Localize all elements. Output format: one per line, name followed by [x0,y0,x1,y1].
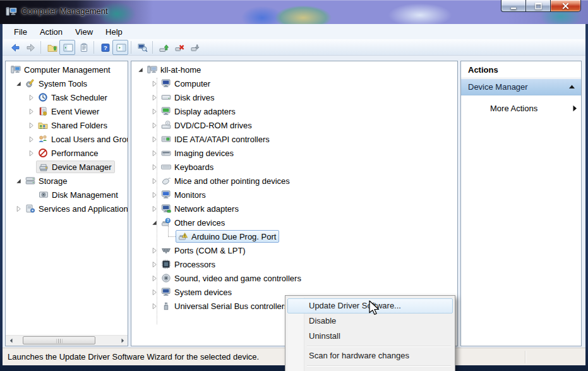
device-item-processors[interactable]: Processors [131,257,457,271]
collapsed-arrow-icon[interactable] [27,149,35,157]
collapsed-arrow-icon[interactable] [150,246,159,255]
collapsed-arrow-icon[interactable] [150,163,159,171]
device-item-ide-ata-atapi-controllers[interactable]: IDE ATA/ATAPI controllers [131,132,457,146]
menu-help[interactable]: Help [99,25,129,39]
expanded-arrow-icon[interactable] [15,177,23,185]
console-item-device-manager[interactable]: Device Manager [6,160,128,174]
collapsed-arrow-icon[interactable] [150,302,159,310]
collapsed-arrow-icon[interactable] [150,191,159,199]
toolbar-separator [93,41,94,54]
uninstall-device-button[interactable] [187,40,203,55]
disable-device-button[interactable] [171,40,187,55]
context-scan-for-hardware-changes[interactable]: Scan for hardware changes [287,348,453,363]
collapsed-arrow-icon[interactable] [15,205,23,213]
collapsed-arrow-icon[interactable] [150,94,159,102]
collapsed-arrow-icon[interactable] [27,107,35,116]
update-driver-button[interactable] [155,40,171,55]
tree-item-label: Processors [174,260,215,269]
up-one-level-folder-button[interactable] [44,40,59,55]
device-item-display-adapters[interactable]: Display adapters [131,104,457,118]
device-item-disk-drives[interactable]: Disk drives [131,90,457,104]
menu-view[interactable]: View [69,25,99,39]
expanded-arrow-icon[interactable] [150,219,159,227]
device-item-dvd-cd-rom-drives[interactable]: DVD/CD-ROM drives [131,118,457,132]
device-item-ports-com-lpt[interactable]: Ports (COM & LPT) [131,243,457,257]
collapsed-arrow-icon[interactable] [150,274,159,283]
device-item-arduino-due-prog-port[interactable]: Arduino Due Prog. Port [131,229,457,243]
console-item-computer-management[interactable]: Computer Management [6,63,128,76]
collapsed-arrow-icon[interactable] [150,121,159,130]
collapsed-arrow-icon[interactable] [150,260,159,269]
console-item-storage[interactable]: Storage [6,174,128,188]
computer-icon [161,78,171,88]
console-item-system-tools[interactable]: System Tools [6,76,128,90]
device-item-mice-and-other-pointing-devices[interactable]: Mice and other pointing devices [131,174,457,188]
more-actions-item[interactable]: More Actions [461,100,581,116]
svg-text:?: ? [104,44,107,51]
tree-item-label: Disk drives [174,93,215,102]
console-item-local-users-and-groups[interactable]: Local Users and Groups [6,132,128,146]
expanded-arrow-icon[interactable] [136,66,145,74]
forward-arrow-button[interactable] [22,40,38,55]
minimize-button[interactable] [501,0,526,12]
collapsed-arrow-icon[interactable] [150,135,159,143]
back-arrow-button[interactable] [6,40,22,55]
warning-device-icon [178,231,188,241]
console-item-services-and-applications[interactable]: Services and Applications [6,202,128,216]
expanded-arrow-icon[interactable] [15,80,23,88]
local-users-icon [38,134,48,144]
horizontal-scrollbar[interactable] [6,335,128,346]
console-item-event-viewer[interactable]: Event Viewer [6,104,128,118]
context-disable[interactable]: Disable [287,313,453,329]
console-item-disk-management[interactable]: Disk Management [6,188,128,202]
actions-group-title: Device Manager [468,82,568,92]
console-item-shared-folders[interactable]: Shared Folders [6,118,128,132]
workspace: Computer ManagementSystem ToolsTask Sche… [3,56,585,348]
device-item-imaging-devices[interactable]: Imaging devices [131,146,457,160]
menu-file[interactable]: File [8,25,33,39]
properties-button[interactable] [75,40,91,55]
tree-item-label: Storage [39,176,68,186]
collapsed-arrow-icon[interactable] [150,177,159,185]
scroll-left-button[interactable] [6,336,16,346]
show-console-tree-button[interactable] [59,40,75,55]
scrollbar-track[interactable] [16,336,117,346]
back-arrow-icon [10,42,20,52]
device-item-computer[interactable]: Computer [131,76,457,90]
collapsed-arrow-icon[interactable] [150,107,159,116]
tree-item-label: System devices [174,288,232,297]
scrollbar-thumb[interactable] [23,336,95,344]
toolbar: ? [3,39,585,56]
collapsed-arrow-icon[interactable] [150,205,159,213]
collapsed-arrow-icon[interactable] [150,288,159,296]
chevron-up-icon[interactable] [568,84,575,90]
collapsed-arrow-icon[interactable] [150,80,159,88]
close-button[interactable] [550,0,581,12]
collapsed-arrow-icon[interactable] [27,121,35,130]
collapsed-arrow-icon[interactable] [27,135,35,143]
actions-group-device-manager[interactable]: Device Manager [461,79,581,95]
show-action-pane-button[interactable] [112,40,128,55]
context-uninstall[interactable]: Uninstall [287,329,453,344]
tree-item-label: Local Users and Groups [51,135,128,144]
collapsed-arrow-icon[interactable] [27,94,35,102]
device-item-kll-at-home[interactable]: kll-at-home [131,63,457,76]
menu-action[interactable]: Action [33,25,69,39]
tree-item-label: Universal Serial Bus controllers [174,301,289,311]
console-item-task-scheduler[interactable]: Task Scheduler [6,90,128,104]
maximize-button[interactable] [525,0,551,12]
help-button[interactable]: ? [97,40,112,55]
device-item-keyboards[interactable]: Keyboards [131,160,457,174]
context-properties[interactable]: Properties [287,368,453,371]
device-item-sound-video-and-game-controllers[interactable]: Sound, video and game controllers [131,271,457,285]
collapsed-arrow-icon[interactable] [150,149,159,157]
scroll-right-button[interactable] [117,336,128,346]
device-item-network-adapters[interactable]: Network adapters [131,202,457,216]
find-device-button[interactable] [134,40,150,55]
context-menu-separator [307,346,451,346]
device-item-monitors[interactable]: Monitors [131,188,457,202]
device-item-other-devices[interactable]: ?Other devices [131,216,457,229]
console-item-performance[interactable]: Performance [6,146,128,160]
context-update-driver-software[interactable]: Update Driver Software... [287,298,453,313]
computer-management-icon [11,64,21,75]
